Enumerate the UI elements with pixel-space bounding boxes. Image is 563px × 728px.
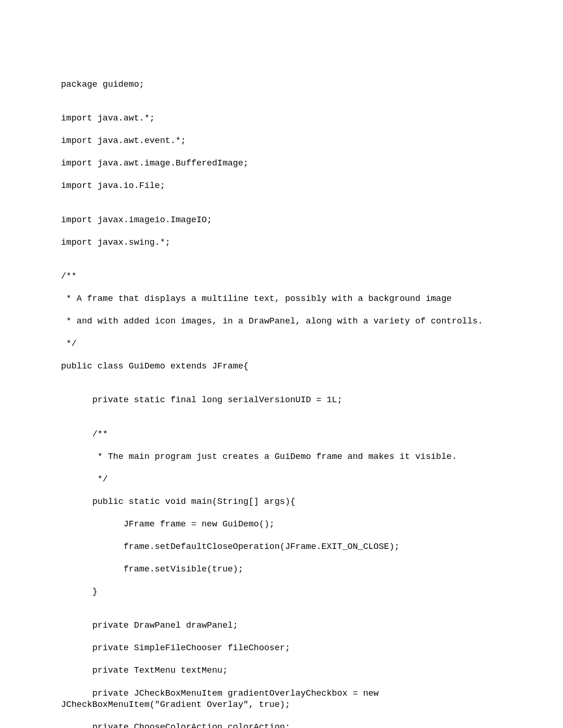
code-line: private SimpleFileChooser fileChooser;: [61, 643, 502, 654]
code-line: import java.awt.*;: [61, 113, 502, 124]
code-line: import javax.imageio.ImageIO;: [61, 215, 502, 226]
code-line: import java.awt.image.BufferedImage;: [61, 158, 502, 169]
code-line: * and with added icon images, in a DrawP…: [61, 316, 502, 327]
code-line: private static final long serialVersionU…: [61, 395, 502, 406]
code-line: /**: [61, 271, 502, 282]
code-line: * A frame that displays a multiline text…: [61, 293, 502, 305]
code-line: */: [61, 474, 502, 485]
code-line: package guidemo;: [61, 79, 502, 90]
code-line: * The main program just creates a GuiDem…: [61, 451, 502, 463]
code-line: import javax.swing.*;: [61, 237, 502, 248]
code-line: public class GuiDemo extends JFrame{: [61, 361, 502, 372]
code-line: frame.setVisible(true);: [61, 564, 502, 575]
code-line: private ChooseColorAction colorAction;: [61, 722, 502, 728]
code-line: import java.awt.event.*;: [61, 135, 502, 147]
code-line: /**: [61, 429, 502, 440]
code-line: private DrawPanel drawPanel;: [61, 620, 502, 631]
code-line: */: [61, 338, 502, 350]
code-line: public static void main(String[] args){: [61, 496, 502, 508]
code-line: JFrame frame = new GuiDemo();: [61, 519, 502, 530]
code-line: import java.io.File;: [61, 180, 502, 192]
code-line: private TextMenu textMenu;: [61, 665, 502, 676]
code-line: }: [61, 586, 502, 598]
code-document: package guidemo; import java.awt.*; impo…: [61, 68, 502, 728]
code-line: frame.setDefaultCloseOperation(JFrame.EX…: [61, 541, 502, 553]
code-line: private JCheckBoxMenuItem gradientOverla…: [61, 688, 502, 711]
